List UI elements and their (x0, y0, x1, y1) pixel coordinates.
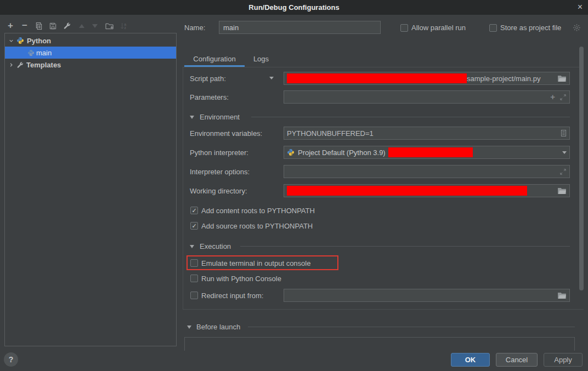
python-interpreter-label: Python interpreter: (190, 149, 248, 157)
browse-folder-icon[interactable] (557, 292, 567, 299)
chevron-down-icon[interactable] (8, 38, 14, 44)
scroll-area-bottom-border (183, 309, 584, 310)
tree-item-python[interactable]: Python (5, 35, 176, 47)
add-source-roots-label: Add source roots to PYTHONPATH (201, 222, 313, 230)
run-debug-configurations-dialog: Run/Debug Configurations × + − az Python (0, 0, 588, 371)
edit-variables-icon[interactable] (561, 129, 567, 137)
execution-section-label[interactable]: Execution (200, 242, 231, 250)
script-path-field[interactable]: sample-project/main.py (284, 72, 570, 85)
redirect-input-field[interactable] (284, 289, 570, 302)
dialog-title: Run/Debug Configurations (248, 3, 339, 12)
redaction-box (388, 147, 473, 157)
add-source-roots-checkbox[interactable]: ✓ (190, 222, 198, 230)
remove-configuration-icon[interactable]: − (20, 21, 30, 31)
interpreter-options-label: Interpreter options: (190, 168, 250, 176)
allow-parallel-run-label: Allow parallel run (411, 24, 466, 32)
environment-variables-field[interactable]: PYTHONUNBUFFERED=1 (284, 127, 570, 140)
add-configuration-icon[interactable]: + (5, 21, 15, 31)
python-interpreter-select[interactable]: Project Default (Python 3.9) (284, 146, 570, 159)
chevron-down-icon[interactable] (562, 151, 567, 154)
tabs-separator (183, 67, 584, 67)
add-content-roots-checkbox[interactable]: ✓ (190, 207, 198, 214)
move-down-icon[interactable] (90, 21, 100, 31)
sort-configurations-icon[interactable]: az (119, 21, 129, 31)
redirect-input-label: Redirect input from: (201, 292, 263, 300)
copy-configuration-icon[interactable] (33, 21, 43, 31)
before-launch-section-label[interactable]: Before launch (196, 323, 240, 331)
title-bar: Run/Debug Configurations × (0, 0, 588, 15)
execution-section-line (240, 246, 570, 247)
edit-templates-icon[interactable] (62, 21, 72, 31)
apply-button[interactable]: Apply (544, 353, 583, 367)
allow-parallel-run-checkbox[interactable] (400, 24, 408, 32)
parameters-field[interactable]: + (284, 90, 570, 104)
scroll-area-left-border (183, 67, 183, 310)
browse-folder-icon[interactable] (557, 187, 567, 195)
redaction-box (287, 186, 527, 196)
environment-variables-label: Environment variables: (190, 129, 262, 138)
tree-item-main[interactable]: main (5, 47, 176, 59)
tree-item-label: Templates (26, 61, 61, 69)
python-icon (16, 37, 24, 44)
tab-label: Logs (253, 55, 269, 63)
run-with-python-console-label: Run with Python Console (201, 275, 281, 283)
python-interpreter-value: Project Default (Python 3.9) (298, 149, 386, 157)
move-up-icon[interactable] (77, 21, 87, 31)
parameters-label: Parameters: (190, 93, 229, 101)
emulate-terminal-checkbox[interactable] (190, 259, 198, 267)
name-input[interactable] (219, 21, 381, 34)
ok-button[interactable]: OK (451, 353, 490, 367)
emulate-terminal-label: Emulate terminal in output console (201, 259, 310, 267)
check-icon: ✓ (191, 223, 196, 229)
help-icon: ? (9, 355, 14, 364)
interpreter-options-field[interactable] (284, 165, 570, 178)
working-directory-field[interactable] (284, 184, 570, 197)
python-icon (27, 49, 35, 56)
before-launch-collapse-icon[interactable] (187, 326, 191, 329)
chevron-right-icon[interactable] (8, 62, 14, 68)
execution-collapse-icon[interactable] (190, 245, 194, 248)
script-path-dropdown-icon[interactable] (269, 77, 274, 79)
tree-item-label: Python (27, 37, 51, 45)
tab-configuration[interactable]: Configuration (184, 52, 245, 66)
run-with-python-console-checkbox[interactable] (190, 275, 198, 282)
python-icon (287, 149, 295, 156)
redaction-box (287, 73, 467, 83)
add-content-roots-label: Add content roots to PYTHONPATH (201, 207, 315, 215)
store-as-project-file-checkbox[interactable] (489, 24, 497, 32)
wrench-icon (16, 61, 24, 69)
before-launch-task-list[interactable] (184, 337, 575, 351)
cancel-button[interactable]: Cancel (496, 353, 538, 367)
environment-collapse-icon[interactable] (190, 116, 194, 119)
environment-variables-value: PYTHONUNBUFFERED=1 (287, 129, 374, 138)
vertical-scrollbar[interactable] (579, 47, 584, 290)
help-button[interactable]: ? (4, 352, 18, 367)
script-path-label: Script path: (190, 75, 226, 83)
add-macro-icon[interactable]: + (550, 93, 555, 101)
expand-field-icon[interactable] (559, 168, 567, 175)
new-folder-icon[interactable] (104, 21, 114, 31)
gear-icon[interactable] (573, 24, 581, 32)
check-icon: ✓ (191, 208, 196, 214)
script-path-value: sample-project/main.py (467, 75, 540, 83)
tree-item-label: main (36, 49, 52, 57)
close-icon[interactable]: × (578, 2, 583, 12)
environment-section-label[interactable]: Environment (200, 113, 240, 121)
before-launch-section-line (248, 327, 575, 327)
configurations-tree-panel: Python main Templates (4, 33, 177, 346)
store-as-project-file-label: Store as project file (500, 24, 561, 32)
save-configuration-icon[interactable] (48, 21, 58, 31)
tree-item-templates[interactable]: Templates (5, 59, 176, 71)
tab-logs[interactable]: Logs (248, 52, 274, 66)
name-label: Name: (184, 24, 205, 32)
expand-field-icon[interactable] (559, 94, 567, 101)
browse-folder-icon[interactable] (557, 75, 567, 82)
working-directory-label: Working directory: (190, 187, 247, 195)
tab-label: Configuration (193, 55, 235, 63)
redirect-input-checkbox[interactable] (190, 292, 198, 299)
environment-section-line (251, 117, 570, 117)
svg-text:z: z (124, 26, 126, 30)
